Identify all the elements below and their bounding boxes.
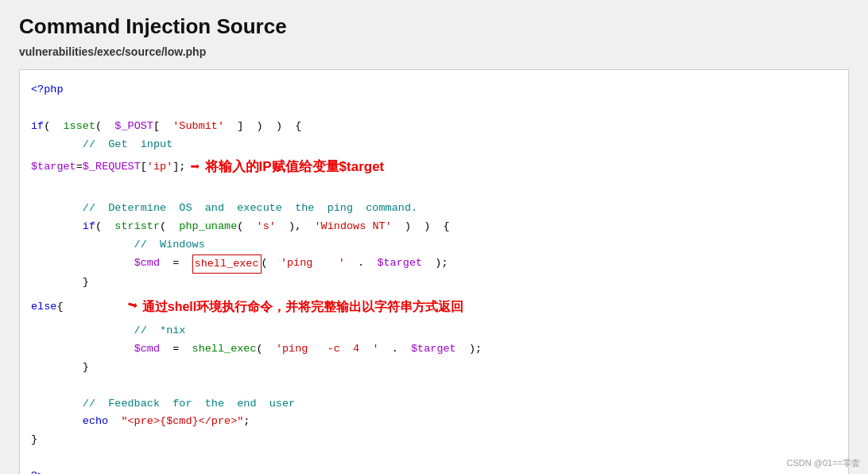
code-line-comment-nix: // *nix [31,322,834,340]
arrow-down-2: ➡ [123,291,141,323]
shell-exec-highlight: shell_exec [192,254,262,274]
code-line-target-assign: $target = $_REQUEST[ 'ip' ]; ➡ 将输入的IP赋值给… [31,154,834,181]
watermark: CSDN @01==零壹 [787,457,860,469]
annotation-1: 将输入的IP赋值给变量$target [205,156,385,179]
arrow-right-1: ➡ [190,154,200,181]
code-line-comment-os: // Determine OS and execute the ping com… [31,200,834,218]
code-line-cmd-win: $cmd = shell_exec( 'ping ' . $target ); [31,254,834,274]
code-line-echo: echo "<pre>{$cmd}</pre>"; [31,413,834,431]
page-container: Command Injection Source vulnerabilities… [0,0,868,474]
page-title: Command Injection Source [19,14,849,39]
code-line-comment-feedback: // Feedback for the end user [31,395,834,414]
code-box: <?php if( isset( $_POST[ 'Submit' ] ) ) … [19,69,849,474]
code-line-comment-get: // Get input [31,136,834,154]
code-line-if-stristr: if( stristr( php_uname( 's' ), 'Windows … [31,218,834,236]
code-line-php-open: <?php [31,81,834,99]
code-line-close-if: } [31,274,834,292]
code-line-if-isset: if( isset( $_POST[ 'Submit' ] ) ) { [31,118,834,136]
code-line-close-main: } [31,431,834,449]
code-line-comment-win: // Windows [31,236,834,254]
code-line-else: else { ➡ 通过shell环境执行命令，并将完整输出以字符串方式返回 [31,292,834,321]
code-line-cmd-nix: $cmd = shell_exec( 'ping -c 4 ' . $targe… [31,340,834,359]
filepath: vulnerabilities/exec/source/low.php [19,45,849,58]
code-line-php-close: ?> [31,468,834,474]
annotation-2: 通过shell环境执行命令，并将完整输出以字符串方式返回 [142,296,463,317]
code-line-close-else: } [31,359,834,377]
